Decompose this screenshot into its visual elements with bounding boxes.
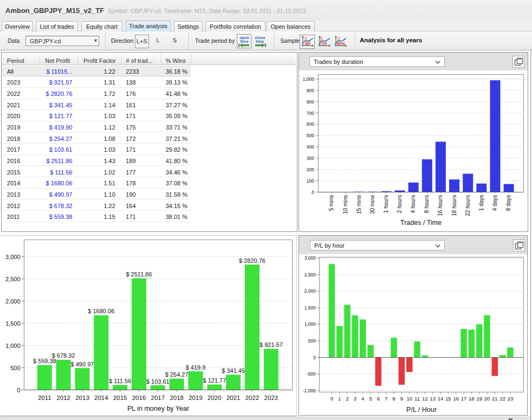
svg-text:5 mins: 5 mins (328, 195, 334, 211)
svg-text:-500: -500 (307, 371, 316, 377)
svg-text:17: 17 (461, 396, 467, 402)
svg-text:10: 10 (406, 396, 412, 402)
svg-text:2023: 2023 (264, 395, 278, 401)
svg-text:600: 600 (307, 121, 314, 127)
svg-text:6: 6 (377, 396, 380, 402)
svg-text:21: 21 (492, 396, 498, 402)
svg-text:1 hours: 1 hours (383, 195, 389, 213)
svg-text:10 mins: 10 mins (342, 195, 348, 214)
svg-text:$ 2511.86: $ 2511.86 (126, 271, 152, 277)
svg-text:2,500: 2,500 (5, 276, 21, 282)
svg-text:16: 16 (453, 396, 459, 402)
svg-text:2,500: 2,500 (304, 272, 316, 277)
svg-text:8 days: 8 days (505, 195, 511, 211)
svg-text:15 mins: 15 mins (356, 195, 362, 214)
svg-text:all: all (306, 41, 310, 46)
svg-text:1: 1 (338, 396, 341, 402)
svg-text:1,500: 1,500 (304, 305, 316, 311)
svg-text:9: 9 (400, 396, 403, 402)
svg-text:2014: 2014 (94, 395, 108, 401)
svg-text:12: 12 (422, 396, 428, 402)
svg-text:800: 800 (307, 99, 314, 105)
svg-text:$ 121.77: $ 121.77 (203, 377, 226, 384)
svg-text:2013: 2013 (75, 395, 89, 401)
svg-text:14: 14 (438, 396, 444, 402)
svg-text:23: 23 (508, 396, 514, 402)
svg-text:$ 254.27: $ 254.27 (165, 371, 189, 378)
svg-text:0: 0 (330, 396, 333, 402)
svg-text:2022: 2022 (245, 395, 259, 401)
svg-text:$ 341.45: $ 341.45 (222, 367, 245, 374)
svg-text:4 hours: 4 hours (410, 195, 416, 213)
svg-text:2: 2 (346, 396, 348, 402)
svg-text:0: 0 (312, 190, 314, 195)
svg-text:$ 678.32: $ 678.32 (52, 352, 75, 359)
svg-text:500: 500 (308, 338, 316, 344)
svg-text:18 hours: 18 hours (451, 195, 457, 216)
svg-text:2021: 2021 (226, 395, 241, 401)
svg-text:7: 7 (385, 396, 387, 402)
svg-text:$ 419.9: $ 419.9 (186, 364, 206, 371)
svg-text:19: 19 (476, 396, 482, 402)
svg-text:8 hours: 8 hours (424, 195, 430, 213)
svg-text:200: 200 (307, 167, 314, 172)
svg-text:5: 5 (369, 396, 372, 402)
svg-text:300: 300 (307, 156, 314, 161)
svg-text:$ 1680.06: $ 1680.06 (88, 308, 114, 314)
svg-text:2 hours: 2 hours (397, 195, 403, 213)
svg-text:20: 20 (484, 396, 490, 402)
svg-text:$ 111.56: $ 111.56 (109, 378, 131, 384)
svg-text:2011: 2011 (38, 395, 51, 401)
svg-text:-1,000: -1,000 (303, 388, 316, 393)
svg-text:8: 8 (392, 396, 395, 402)
svg-text:500: 500 (307, 133, 314, 138)
svg-text:2018: 2018 (170, 395, 184, 401)
svg-text:$ 2820.76: $ 2820.76 (239, 257, 265, 264)
svg-text:16 hours: 16 hours (437, 195, 443, 216)
svg-text:1,500: 1,500 (5, 320, 21, 327)
svg-text:$ 490.97: $ 490.97 (71, 361, 94, 367)
svg-text:900: 900 (307, 88, 314, 93)
svg-text:4: 4 (361, 396, 364, 402)
svg-text:$ 921.57: $ 921.57 (259, 341, 283, 348)
svg-text:Trades / Time: Trades / Time (400, 219, 442, 227)
svg-text:2,000: 2,000 (304, 288, 316, 294)
svg-text:18: 18 (469, 396, 475, 402)
svg-text:500: 500 (10, 365, 20, 371)
svg-text:0: 0 (313, 355, 316, 360)
svg-text:400: 400 (307, 144, 314, 150)
svg-text:oos: oos (337, 41, 345, 46)
svg-text:time: time (256, 39, 264, 44)
svg-text:IS: IS (322, 41, 327, 46)
svg-text:$ 103.61: $ 103.61 (146, 378, 170, 385)
svg-text:PL in money by Year: PL in money by Year (127, 405, 189, 412)
svg-text:4 days: 4 days (492, 195, 498, 211)
svg-text:1 days: 1 days (478, 195, 484, 211)
svg-text:3,000: 3,000 (304, 255, 316, 261)
svg-text:P/L / Hour: P/L / Hour (406, 406, 437, 413)
svg-text:22 hours: 22 hours (465, 195, 471, 216)
svg-text:2017: 2017 (151, 395, 165, 401)
svg-text:2015: 2015 (113, 395, 127, 401)
svg-text:13: 13 (430, 396, 436, 402)
svg-text:0: 0 (17, 387, 20, 393)
svg-text:22: 22 (499, 396, 505, 402)
svg-text:2,000: 2,000 (5, 298, 21, 305)
svg-text:2019: 2019 (189, 395, 203, 401)
svg-text:2016: 2016 (132, 395, 146, 401)
svg-text:15: 15 (445, 396, 451, 402)
svg-text:11: 11 (414, 396, 420, 402)
svg-text:100: 100 (307, 178, 314, 184)
svg-text:2020: 2020 (207, 395, 222, 401)
svg-text:30 mins: 30 mins (369, 195, 375, 214)
svg-text:time: time (240, 39, 248, 44)
svg-text:1,000: 1,000 (304, 321, 316, 327)
svg-text:3,000: 3,000 (5, 254, 21, 260)
svg-text:700: 700 (307, 111, 314, 116)
svg-text:3: 3 (354, 396, 356, 402)
svg-text:1,000: 1,000 (303, 76, 315, 82)
svg-text:2012: 2012 (56, 395, 70, 401)
svg-text:1,000: 1,000 (5, 343, 21, 349)
